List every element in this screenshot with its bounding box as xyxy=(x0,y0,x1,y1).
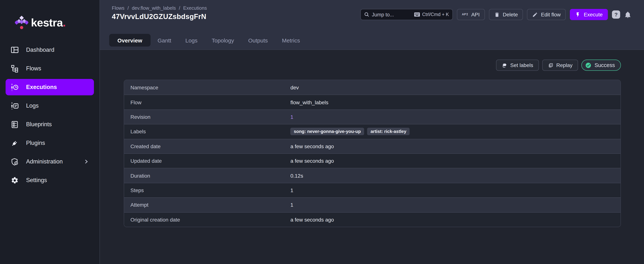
set-labels-button[interactable]: Set labels xyxy=(496,60,539,71)
api-button[interactable]: API API xyxy=(457,9,485,20)
bell-icon[interactable] xyxy=(624,11,631,18)
breadcrumb-executions[interactable]: Executions xyxy=(183,5,207,11)
sidebar-item-flows[interactable]: Flows xyxy=(6,60,94,77)
row-value: 1 xyxy=(290,202,293,208)
ballot-icon xyxy=(11,120,19,128)
sidebar-item-label: Blueprints xyxy=(26,121,52,128)
replay-label: Replay xyxy=(556,62,572,68)
tab-label: Logs xyxy=(186,37,198,43)
tab-label: Gantt xyxy=(158,37,171,43)
table-row: Revision 1 xyxy=(124,109,620,124)
brand-name: kestra xyxy=(31,16,63,29)
tab-bar: Overview Gantt Logs Topology Outputs Met… xyxy=(109,34,307,46)
brand-wordmark: kestra. xyxy=(31,16,66,29)
delete-button[interactable]: Delete xyxy=(489,9,523,20)
row-value: 0.12s xyxy=(290,173,303,179)
shield-account-icon xyxy=(11,158,19,166)
tab-outputs[interactable]: Outputs xyxy=(241,34,275,46)
sidebar-item-settings[interactable]: Settings xyxy=(6,172,94,188)
tab-label: Metrics xyxy=(282,37,300,43)
table-row: Duration 0.12s xyxy=(124,168,620,183)
tag-icon xyxy=(502,62,507,68)
set-labels-label: Set labels xyxy=(510,62,533,68)
trash-icon xyxy=(494,12,500,17)
lightning-icon xyxy=(575,12,581,17)
sidebar-nav: Dashboard Flows Executions xyxy=(0,42,100,188)
sidebar: kestra. Dashboard Flows xyxy=(0,0,100,264)
kestra-logo[interactable]: kestra. xyxy=(0,0,100,30)
table-row: Original creation date a few seconds ago xyxy=(124,212,620,227)
sidebar-item-label: Executions xyxy=(26,84,57,90)
label-chip[interactable]: song: never-gonna-give-you-up xyxy=(290,128,364,135)
view-dashboard-icon xyxy=(11,46,19,54)
status-badge[interactable]: Success xyxy=(582,60,621,71)
help-icon-glyph: ? xyxy=(614,11,618,17)
jump-to-search[interactable]: Ctrl/Cmd + K xyxy=(360,9,453,20)
sidebar-item-executions[interactable]: Executions xyxy=(6,79,94,95)
label-chip[interactable]: artist: rick-astley xyxy=(367,128,410,135)
chevron-right-icon xyxy=(84,159,89,164)
replay-button[interactable]: Replay xyxy=(542,60,578,71)
shortcut-hint: Ctrl/Cmd + K xyxy=(414,12,449,17)
tab-metrics[interactable]: Metrics xyxy=(275,34,307,46)
sidebar-item-label: Flows xyxy=(26,65,41,72)
sidebar-item-label: Dashboard xyxy=(26,46,54,53)
row-label: Duration xyxy=(124,173,290,179)
edit-flow-button[interactable]: Edit flow xyxy=(527,9,566,20)
app: kestra. Dashboard Flows xyxy=(0,0,644,264)
breadcrumb-flow[interactable]: dev.flow_with_labels xyxy=(132,5,176,11)
table-row: Steps 1 xyxy=(124,183,620,197)
row-label: Attempt xyxy=(124,202,290,208)
check-circle-icon xyxy=(585,62,592,68)
replay-icon xyxy=(548,62,553,68)
overview-content: Set labels Replay Success xyxy=(100,50,644,264)
table-row: Updated date a few seconds ago xyxy=(124,153,620,168)
row-label: Namespace xyxy=(124,84,290,90)
tab-gantt[interactable]: Gantt xyxy=(150,34,178,46)
row-label: Labels xyxy=(124,129,290,135)
row-label: Flow xyxy=(124,99,290,105)
row-value: a few seconds ago xyxy=(290,143,334,149)
row-label: Revision xyxy=(124,114,290,120)
sidebar-item-blueprints[interactable]: Blueprints xyxy=(6,116,94,133)
revision-link[interactable]: 1 xyxy=(290,114,293,120)
execution-actions: Set labels Replay Success xyxy=(124,60,621,71)
row-label: Updated date xyxy=(124,158,290,164)
row-label: Original creation date xyxy=(124,217,290,223)
execute-button[interactable]: Execute xyxy=(570,9,608,20)
breadcrumb-separator: / xyxy=(128,5,129,11)
file-tree-icon xyxy=(11,65,19,72)
row-value: song: never-gonna-give-you-up artist: ri… xyxy=(290,128,410,135)
sidebar-item-label: Plugins xyxy=(26,140,45,146)
shortcut-text: Ctrl/Cmd + K xyxy=(422,12,449,17)
sidebar-item-label: Settings xyxy=(26,177,47,184)
row-value: a few seconds ago xyxy=(290,158,334,164)
sidebar-item-logs[interactable]: Logs xyxy=(6,98,94,114)
search-icon xyxy=(364,12,369,17)
keyboard-icon xyxy=(414,12,420,17)
page-title: 47VrvvLdU2GZUZsbdsgFrN xyxy=(112,13,206,21)
help-icon[interactable]: ? xyxy=(612,10,620,19)
row-label: Created date xyxy=(124,143,290,149)
tab-label: Overview xyxy=(118,37,142,43)
header-actions: Ctrl/Cmd + K API API Delete xyxy=(360,9,631,20)
sidebar-item-label: Logs xyxy=(26,102,38,109)
kestra-logo-icon xyxy=(15,15,28,30)
search-input[interactable] xyxy=(372,12,406,17)
main: Flows / dev.flow_with_labels / Execution… xyxy=(100,0,644,264)
breadcrumb-flows[interactable]: Flows xyxy=(112,5,124,11)
delete-button-label: Delete xyxy=(503,11,518,17)
table-row: Labels song: never-gonna-give-you-up art… xyxy=(124,124,620,139)
breadcrumb-separator: / xyxy=(179,5,180,11)
tab-overview[interactable]: Overview xyxy=(109,34,150,46)
sidebar-item-administration[interactable]: Administration xyxy=(6,153,94,170)
sidebar-item-dashboard[interactable]: Dashboard xyxy=(6,42,94,58)
api-icon: API xyxy=(462,13,468,16)
table-row: Attempt 1 xyxy=(124,197,620,212)
sidebar-item-plugins[interactable]: Plugins xyxy=(6,135,94,151)
tab-topology[interactable]: Topology xyxy=(204,34,241,46)
table-row: Created date a few seconds ago xyxy=(124,139,620,153)
row-label: Steps xyxy=(124,187,290,193)
tab-logs[interactable]: Logs xyxy=(178,34,204,46)
tab-label: Topology xyxy=(212,37,234,43)
